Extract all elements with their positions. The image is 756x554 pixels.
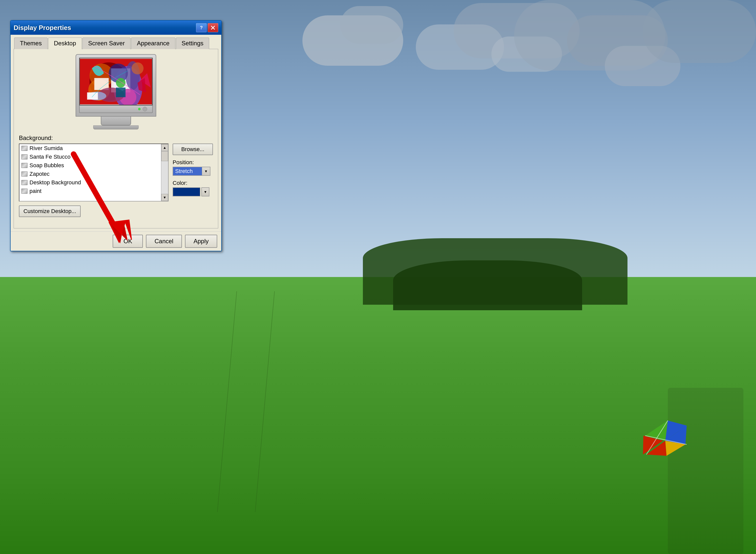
background-controls: Browse... Position: Stretch ▼ Color: ▼ — [172, 144, 213, 202]
scroll-down-button[interactable]: ▼ — [161, 194, 168, 201]
item-icon — [21, 154, 28, 159]
monitor-led — [138, 108, 141, 110]
close-icon — [211, 25, 215, 30]
list-item[interactable]: Zapotec — [19, 170, 168, 178]
tab-appearance[interactable]: Appearance — [131, 38, 175, 49]
tab-screen-saver[interactable]: Screen Saver — [83, 38, 131, 49]
background-list[interactable]: River Sumida Santa Fe Stucco Soap Bubble… — [19, 144, 168, 201]
item-icon — [21, 171, 28, 176]
background-section: River Sumida Santa Fe Stucco Soap Bubble… — [19, 144, 213, 202]
scroll-track[interactable] — [161, 151, 168, 194]
tab-themes[interactable]: Themes — [14, 38, 48, 49]
color-arrow-button[interactable]: ▼ — [201, 187, 209, 197]
background-label: Background: — [19, 134, 213, 142]
position-dropdown[interactable]: Stretch ▼ — [172, 167, 210, 176]
item-label: Desktop Background — [30, 179, 81, 186]
dropdown-arrow-icon[interactable]: ▼ — [202, 167, 210, 175]
trees-dark — [393, 260, 582, 310]
monitor — [75, 54, 156, 129]
monitor-power-btn — [143, 107, 147, 111]
close-button[interactable] — [208, 23, 218, 32]
color-group: Color: ▼ — [172, 180, 213, 197]
monitor-preview — [19, 54, 213, 129]
customize-desktop-button[interactable]: Customize Desktop... — [19, 206, 81, 217]
tab-desktop[interactable]: Desktop — [48, 38, 82, 49]
color-label: Color: — [172, 180, 213, 186]
svg-rect-16 — [116, 88, 125, 97]
windows-logo — [640, 416, 691, 466]
item-icon — [21, 146, 28, 151]
item-label: Santa Fe Stucco — [30, 154, 70, 160]
position-group: Position: Stretch ▼ — [172, 159, 213, 176]
title-bar-buttons: ? — [196, 23, 218, 32]
scroll-thumb[interactable] — [161, 151, 168, 161]
position-value: Stretch — [173, 167, 202, 175]
list-item[interactable]: Santa Fe Stucco — [19, 153, 168, 161]
browse-button[interactable]: Browse... — [172, 144, 213, 155]
dialog-content: Background: River Sumida Santa Fe Stucco… — [14, 49, 218, 228]
color-swatch-row: ▼ — [172, 187, 213, 197]
item-label: Soap Bubbles — [30, 162, 64, 169]
apply-button[interactable]: Apply — [185, 235, 217, 248]
list-item[interactable]: Soap Bubbles — [19, 161, 168, 170]
background-list-container: River Sumida Santa Fe Stucco Soap Bubble… — [19, 144, 168, 202]
list-item[interactable]: paint — [19, 187, 168, 196]
monitor-bottom — [79, 106, 153, 113]
list-item[interactable]: Desktop Background — [19, 178, 168, 187]
item-icon — [21, 180, 28, 185]
list-item[interactable]: River Sumida — [19, 144, 168, 153]
title-bar: Display Properties ? — [11, 21, 221, 35]
item-label: River Sumida — [30, 145, 63, 152]
customize-row: Customize Desktop... — [19, 206, 213, 217]
tab-settings[interactable]: Settings — [176, 38, 209, 49]
svg-point-15 — [132, 62, 144, 74]
item-icon — [21, 188, 28, 193]
svg-rect-18 — [87, 93, 98, 100]
background-scrollbar[interactable]: ▲ ▼ — [161, 144, 168, 201]
scroll-up-button[interactable]: ▲ — [161, 144, 168, 151]
cancel-button[interactable]: Cancel — [146, 235, 182, 248]
monitor-stand — [101, 117, 131, 125]
display-properties-dialog: Display Properties ? Themes Desktop Scre… — [10, 20, 222, 251]
item-icon — [21, 163, 28, 168]
help-button[interactable]: ? — [196, 23, 207, 32]
screen-art — [80, 58, 152, 105]
color-swatch[interactable] — [172, 187, 200, 197]
dialog-bottom-buttons: OK Cancel Apply — [11, 231, 221, 251]
position-label: Position: — [172, 159, 213, 166]
monitor-body — [75, 54, 156, 117]
monitor-base — [93, 125, 139, 129]
monitor-screen — [79, 58, 153, 106]
tab-strip: Themes Desktop Screen Saver Appearance S… — [11, 35, 221, 49]
dialog-title: Display Properties — [14, 24, 71, 32]
ok-button[interactable]: OK — [113, 235, 143, 248]
item-label: Zapotec — [30, 171, 50, 177]
item-label: paint — [30, 188, 42, 195]
svg-point-19 — [116, 78, 125, 88]
